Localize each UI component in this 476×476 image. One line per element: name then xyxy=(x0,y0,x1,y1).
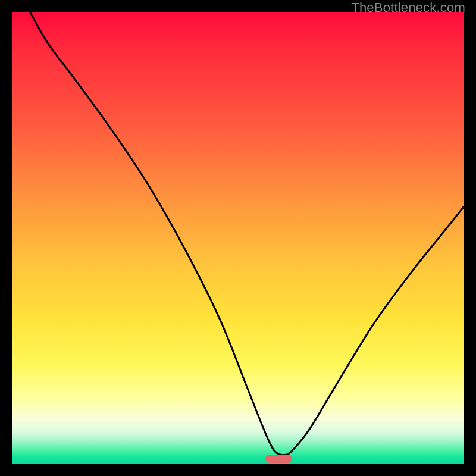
bottleneck-curve xyxy=(30,12,464,455)
optimal-range-marker xyxy=(265,455,293,463)
plot-area xyxy=(12,12,464,464)
chart-frame: TheBottleneck.com xyxy=(0,0,476,476)
curve-svg xyxy=(12,12,464,464)
